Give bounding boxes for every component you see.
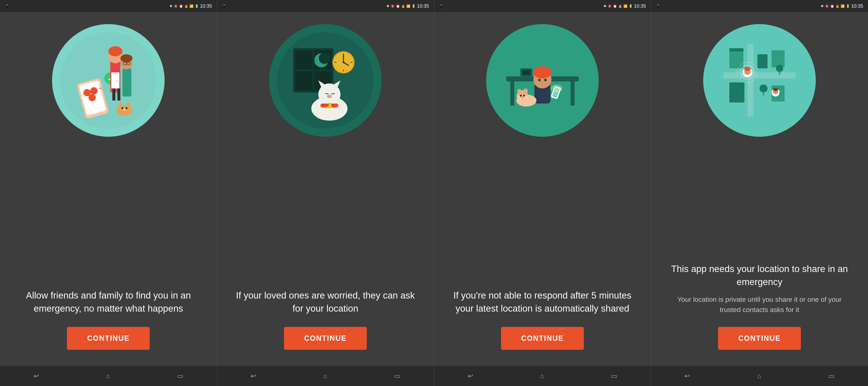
wifi-icon: 📶 (189, 4, 193, 8)
rec-icon-4: ⏺ (820, 4, 824, 8)
home-button-3[interactable]: ⌂ (540, 372, 544, 380)
svg-rect-77 (747, 44, 753, 117)
svg-rect-80 (729, 48, 743, 52)
continue-button-2[interactable]: CONTINUE (284, 327, 367, 350)
alarm-icon-3: ⏰ (613, 4, 617, 8)
alarm-icon: ⏰ (179, 4, 183, 8)
wifi-icon-3: 📶 (623, 4, 627, 8)
svg-point-64 (538, 79, 540, 81)
svg-point-20 (120, 54, 132, 62)
svg-rect-14 (117, 88, 120, 100)
phone-icon-4: 📱 (656, 4, 661, 8)
svg-point-25 (125, 107, 127, 109)
svg-point-73 (520, 95, 522, 97)
lock-icon-2: 🔒 (401, 4, 405, 8)
main-text-4: This app needs your location to share in… (667, 262, 852, 288)
status-bar-2: 📱 ⏺ 🔇 ⏰ 🔒 📶 🔋 10:35 (217, 0, 434, 12)
svg-point-49 (327, 95, 332, 98)
rec-icon: ⏺ (169, 4, 173, 8)
illustration-svg-1: + ✓ (60, 32, 157, 129)
alarm-icon-2: ⏰ (396, 4, 400, 8)
screen-4-content: This app needs your location to share in… (651, 12, 868, 366)
lock-icon: 🔒 (184, 4, 188, 8)
text-area-1: Allow friends and family to find you in … (16, 289, 201, 350)
recents-button-1[interactable]: ▭ (177, 372, 183, 380)
mute-icon-4: 🔇 (825, 4, 829, 8)
status-bar-left-2: 📱 (222, 4, 227, 8)
svg-point-68 (551, 84, 562, 92)
bottom-nav-1: ↩ ⌂ ▭ (0, 366, 217, 386)
status-icons-1: ⏺ 🔇 ⏰ 🔒 📶 🔋 10:35 (169, 3, 212, 9)
status-bar-left-1: 📱 (5, 4, 10, 8)
illustration-svg-2 (277, 32, 374, 129)
status-bar-4: 📱 ⏺ 🔇 ⏰ 🔒 📶 🔋 10:35 (651, 0, 868, 12)
svg-point-11 (108, 46, 122, 56)
phone-icon: 📱 (5, 4, 10, 8)
svg-rect-81 (757, 54, 768, 68)
svg-rect-54 (332, 104, 333, 106)
text-area-2: If your loved ones are worried, they can… (233, 289, 418, 350)
svg-point-63 (533, 66, 552, 79)
home-button-1[interactable]: ⌂ (106, 372, 110, 380)
status-icons-2: ⏺ 🔇 ⏰ 🔒 📶 🔋 10:35 (386, 3, 429, 9)
svg-point-85 (760, 84, 768, 92)
screen-1-content: + ✓ (0, 12, 217, 366)
recents-button-2[interactable]: ▭ (394, 372, 400, 380)
rec-icon-3: ⏺ (603, 4, 607, 8)
illustration-1: + ✓ (52, 24, 164, 137)
svg-point-38 (342, 61, 344, 63)
alarm-icon-4: ⏰ (830, 4, 834, 8)
back-button-4[interactable]: ↩ (684, 372, 690, 380)
text-area-4: This app needs your location to share in… (667, 262, 852, 350)
svg-point-76 (711, 32, 808, 129)
bottom-nav-3: ↩ ⌂ ▭ (434, 366, 651, 386)
time-display-2: 10:35 (417, 3, 429, 9)
svg-rect-88 (779, 71, 780, 75)
wifi-icon-2: 📶 (406, 4, 410, 8)
back-button-3[interactable]: ↩ (468, 372, 473, 380)
recents-button-4[interactable]: ▭ (829, 372, 834, 380)
recents-button-3[interactable]: ▭ (611, 372, 617, 380)
svg-rect-60 (522, 70, 530, 75)
back-button-2[interactable]: ↩ (251, 372, 256, 380)
phone-screen-2: 📱 ⏺ 🔇 ⏰ 🔒 📶 🔋 10:35 (217, 0, 434, 386)
bottom-nav-2: ↩ ⌂ ▭ (217, 366, 434, 386)
continue-button-1[interactable]: CONTINUE (67, 327, 150, 350)
main-text-2: If your loved ones are worried, they can… (233, 289, 418, 315)
phone-screen-3: 📱 ⏺ 🔇 ⏰ 🔒 📶 🔋 10:35 (434, 0, 651, 386)
status-bar-left-4: 📱 (656, 4, 661, 8)
phone-screen-4: 📱 ⏺ 🔇 ⏰ 🔒 📶 🔋 10:35 (651, 0, 868, 386)
sub-text-4: Your location is private until you share… (667, 294, 852, 315)
battery-icon-2: 🔋 (411, 4, 415, 8)
phone-icon-2: 📱 (222, 4, 227, 8)
battery-icon: 🔋 (195, 4, 199, 8)
svg-rect-79 (729, 50, 743, 68)
continue-button-4[interactable]: CONTINUE (718, 327, 801, 350)
status-bar-3: 📱 ⏺ 🔇 ⏰ 🔒 📶 🔋 10:35 (434, 0, 651, 12)
mute-icon: 🔇 (174, 4, 178, 8)
svg-rect-83 (729, 83, 744, 102)
svg-point-75 (521, 96, 524, 98)
rec-icon-2: ⏺ (386, 4, 390, 8)
back-button-1[interactable]: ↩ (34, 372, 39, 380)
battery-icon-3: 🔋 (629, 4, 633, 8)
bottom-nav-4: ↩ ⌂ ▭ (651, 366, 868, 386)
svg-point-87 (776, 65, 783, 72)
status-bar-1: 📱 ⏺ 🔇 ⏰ 🔒 📶 🔋 10:35 (0, 0, 217, 12)
phone-screen-1: 📱 ⏺ 🔇 ⏰ 🔒 📶 🔋 10:35 + (0, 0, 217, 386)
svg-point-26 (123, 109, 126, 111)
svg-point-24 (121, 107, 123, 109)
mute-icon-2: 🔇 (391, 4, 395, 8)
status-icons-4: ⏺ 🔇 ⏰ 🔒 📶 🔋 10:35 (820, 3, 863, 9)
svg-rect-52 (322, 104, 324, 106)
illustration-svg-4 (711, 32, 808, 129)
continue-button-3[interactable]: CONTINUE (501, 327, 584, 350)
phone-icon-3: 📱 (439, 4, 444, 8)
time-display-3: 10:35 (634, 3, 646, 9)
main-text-3: If you're not able to respond after 5 mi… (450, 289, 635, 315)
home-button-4[interactable]: ⌂ (757, 372, 761, 380)
home-button-2[interactable]: ⌂ (323, 372, 327, 380)
main-text-1: Allow friends and family to find you in … (16, 289, 201, 315)
svg-point-74 (523, 95, 525, 97)
svg-point-91 (744, 67, 751, 71)
